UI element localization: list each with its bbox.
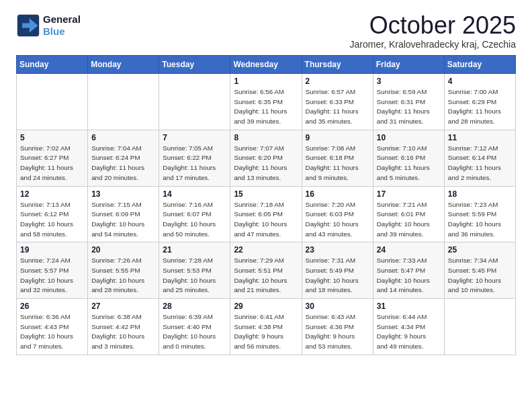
day-info: Sunrise: 7:10 AM Sunset: 6:16 PM Dayligh… [377,144,441,183]
day-number: 21 [163,245,226,255]
day-info: Sunrise: 6:36 AM Sunset: 4:43 PM Dayligh… [20,312,84,352]
day-info: Sunrise: 6:59 AM Sunset: 6:31 PM Dayligh… [377,87,441,127]
logo-line2: Blue [43,26,81,38]
logo: General Blue [16,13,81,38]
day-info: Sunrise: 7:18 AM Sunset: 6:05 PM Dayligh… [234,200,298,240]
calendar-cell: 2Sunrise: 6:57 AM Sunset: 6:33 PM Daylig… [302,74,373,130]
day-number: 15 [234,189,298,199]
calendar-cell: 18Sunrise: 7:23 AM Sunset: 5:59 PM Dayli… [444,186,515,242]
day-number: 26 [20,302,84,311]
day-number: 24 [377,245,441,255]
calendar-week-3: 12Sunrise: 7:13 AM Sunset: 6:12 PM Dayli… [17,186,516,242]
calendar-cell: 12Sunrise: 7:13 AM Sunset: 6:12 PM Dayli… [17,186,88,242]
calendar-cell: 29Sunrise: 6:41 AM Sunset: 4:38 PM Dayli… [230,299,302,355]
calendar-cell: 10Sunrise: 7:10 AM Sunset: 6:16 PM Dayli… [373,130,444,186]
day-number: 18 [448,189,512,199]
calendar-cell: 25Sunrise: 7:34 AM Sunset: 5:45 PM Dayli… [444,242,515,299]
day-info: Sunrise: 6:39 AM Sunset: 4:40 PM Dayligh… [163,312,226,352]
day-info: Sunrise: 7:34 AM Sunset: 5:45 PM Dayligh… [448,256,512,295]
calendar-cell: 7Sunrise: 7:05 AM Sunset: 6:22 PM Daylig… [159,130,230,186]
calendar-cell: 13Sunrise: 7:15 AM Sunset: 6:09 PM Dayli… [88,186,159,242]
calendar-cell: 26Sunrise: 6:36 AM Sunset: 4:43 PM Dayli… [17,299,88,355]
day-number: 3 [377,77,441,86]
calendar-week-1: 1Sunrise: 6:56 AM Sunset: 6:35 PM Daylig… [17,74,516,130]
calendar-cell: 31Sunrise: 6:44 AM Sunset: 4:34 PM Dayli… [373,299,444,355]
calendar-cell: 19Sunrise: 7:24 AM Sunset: 5:57 PM Dayli… [17,242,88,299]
calendar-cell [88,74,159,130]
day-number: 11 [448,133,512,142]
calendar-cell: 24Sunrise: 7:33 AM Sunset: 5:47 PM Dayli… [373,242,444,299]
calendar-cell [159,74,230,130]
day-number: 1 [234,77,298,86]
day-number: 27 [91,302,155,311]
day-header-tuesday: Tuesday [159,56,230,74]
logo-line1: General [43,13,81,26]
day-info: Sunrise: 7:05 AM Sunset: 6:22 PM Dayligh… [163,144,226,183]
calendar-week-4: 19Sunrise: 7:24 AM Sunset: 5:57 PM Dayli… [17,242,516,299]
calendar-cell: 20Sunrise: 7:26 AM Sunset: 5:55 PM Dayli… [88,242,159,299]
month-title: October 2025 [350,13,516,38]
calendar-cell: 1Sunrise: 6:56 AM Sunset: 6:35 PM Daylig… [230,74,302,130]
day-number: 13 [91,189,155,199]
day-info: Sunrise: 6:44 AM Sunset: 4:34 PM Dayligh… [377,312,441,352]
day-header-row: SundayMondayTuesdayWednesdayThursdayFrid… [17,56,516,74]
calendar-cell: 9Sunrise: 7:08 AM Sunset: 6:18 PM Daylig… [302,130,373,186]
day-info: Sunrise: 7:15 AM Sunset: 6:09 PM Dayligh… [91,200,155,240]
day-number: 5 [20,133,84,142]
calendar-cell: 28Sunrise: 6:39 AM Sunset: 4:40 PM Dayli… [159,299,230,355]
day-number: 16 [306,189,369,199]
calendar-cell: 30Sunrise: 6:43 AM Sunset: 4:36 PM Dayli… [302,299,373,355]
title-block: October 2025 Jaromer, Kralovehradecky kr… [350,13,516,50]
day-info: Sunrise: 6:56 AM Sunset: 6:35 PM Dayligh… [234,87,298,127]
day-number: 12 [20,189,84,199]
page-header: General Blue October 2025 Jaromer, Kralo… [16,13,516,50]
day-info: Sunrise: 7:07 AM Sunset: 6:20 PM Dayligh… [234,144,298,183]
day-info: Sunrise: 7:12 AM Sunset: 6:14 PM Dayligh… [448,144,512,183]
calendar-cell: 3Sunrise: 6:59 AM Sunset: 6:31 PM Daylig… [373,74,444,130]
calendar-cell: 15Sunrise: 7:18 AM Sunset: 6:05 PM Dayli… [230,186,302,242]
day-info: Sunrise: 7:24 AM Sunset: 5:57 PM Dayligh… [20,256,84,295]
day-info: Sunrise: 7:33 AM Sunset: 5:47 PM Dayligh… [377,256,441,295]
day-header-sunday: Sunday [17,56,88,74]
day-number: 2 [306,77,369,86]
day-number: 23 [306,245,369,255]
logo-icon [16,13,40,38]
day-number: 6 [91,133,155,142]
day-info: Sunrise: 7:13 AM Sunset: 6:12 PM Dayligh… [20,200,84,240]
calendar-body: 1Sunrise: 6:56 AM Sunset: 6:35 PM Daylig… [17,74,516,355]
day-info: Sunrise: 7:00 AM Sunset: 6:29 PM Dayligh… [448,87,512,127]
day-info: Sunrise: 6:57 AM Sunset: 6:33 PM Dayligh… [306,87,369,127]
calendar-cell: 4Sunrise: 7:00 AM Sunset: 6:29 PM Daylig… [444,74,515,130]
day-info: Sunrise: 7:16 AM Sunset: 6:07 PM Dayligh… [163,200,226,240]
day-header-saturday: Saturday [444,56,515,74]
calendar-cell [444,299,515,355]
calendar-cell: 5Sunrise: 7:02 AM Sunset: 6:27 PM Daylig… [17,130,88,186]
calendar-cell: 11Sunrise: 7:12 AM Sunset: 6:14 PM Dayli… [444,130,515,186]
day-number: 29 [234,302,298,311]
day-number: 17 [377,189,441,199]
day-info: Sunrise: 6:41 AM Sunset: 4:38 PM Dayligh… [234,312,298,352]
day-info: Sunrise: 6:43 AM Sunset: 4:36 PM Dayligh… [306,312,369,352]
day-info: Sunrise: 7:02 AM Sunset: 6:27 PM Dayligh… [20,144,84,183]
day-number: 7 [163,133,226,142]
day-number: 25 [448,245,512,255]
day-number: 20 [91,245,155,255]
day-info: Sunrise: 7:29 AM Sunset: 5:51 PM Dayligh… [234,256,298,295]
day-number: 31 [377,302,441,311]
day-info: Sunrise: 6:38 AM Sunset: 4:42 PM Dayligh… [91,312,155,352]
calendar-cell: 23Sunrise: 7:31 AM Sunset: 5:49 PM Dayli… [302,242,373,299]
location-subtitle: Jaromer, Kralovehradecky kraj, Czechia [350,39,516,50]
calendar-cell: 21Sunrise: 7:28 AM Sunset: 5:53 PM Dayli… [159,242,230,299]
calendar-header: SundayMondayTuesdayWednesdayThursdayFrid… [17,56,516,74]
day-number: 9 [306,133,369,142]
day-header-friday: Friday [373,56,444,74]
day-info: Sunrise: 7:28 AM Sunset: 5:53 PM Dayligh… [163,256,226,295]
day-number: 28 [163,302,226,311]
day-number: 30 [306,302,369,311]
day-number: 22 [234,245,298,255]
calendar-week-5: 26Sunrise: 6:36 AM Sunset: 4:43 PM Dayli… [17,299,516,355]
day-number: 14 [163,189,226,199]
calendar-cell: 17Sunrise: 7:21 AM Sunset: 6:01 PM Dayli… [373,186,444,242]
day-info: Sunrise: 7:20 AM Sunset: 6:03 PM Dayligh… [306,200,369,240]
calendar-cell: 16Sunrise: 7:20 AM Sunset: 6:03 PM Dayli… [302,186,373,242]
